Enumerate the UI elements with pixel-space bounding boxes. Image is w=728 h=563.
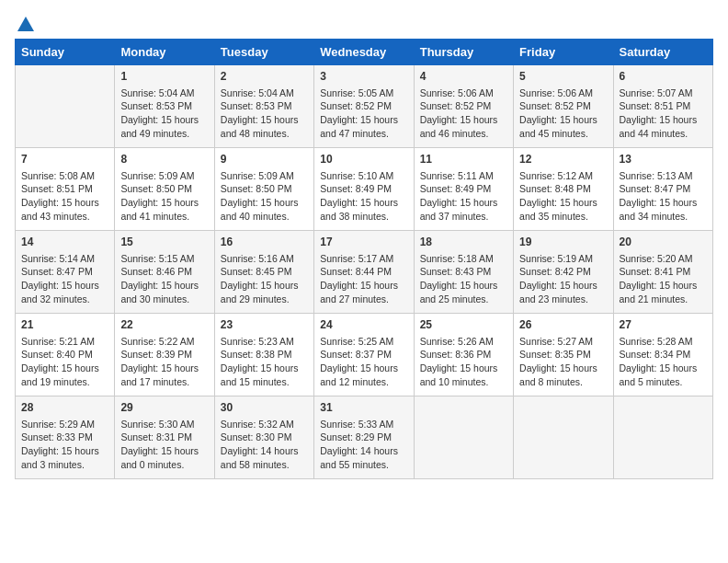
day-number: 9 bbox=[221, 152, 308, 167]
calendar-cell: 12Sunrise: 5:12 AMSunset: 8:48 PMDayligh… bbox=[514, 148, 613, 231]
day-header-wednesday: Wednesday bbox=[314, 40, 414, 65]
calendar-cell: 19Sunrise: 5:19 AMSunset: 8:42 PMDayligh… bbox=[514, 231, 613, 314]
week-row-2: 7Sunrise: 5:08 AMSunset: 8:51 PMDaylight… bbox=[16, 148, 713, 231]
calendar-cell bbox=[514, 396, 613, 479]
day-header-tuesday: Tuesday bbox=[214, 40, 313, 65]
calendar-cell: 24Sunrise: 5:25 AMSunset: 8:37 PMDayligh… bbox=[314, 314, 414, 396]
calendar-cell: 14Sunrise: 5:14 AMSunset: 8:47 PMDayligh… bbox=[16, 231, 115, 314]
calendar-cell: 6Sunrise: 5:07 AMSunset: 8:51 PMDaylight… bbox=[613, 65, 712, 148]
day-info: Sunrise: 5:15 AMSunset: 8:46 PMDaylight:… bbox=[120, 252, 208, 306]
calendar-cell: 31Sunrise: 5:33 AMSunset: 8:29 PMDayligh… bbox=[314, 396, 414, 479]
day-number: 6 bbox=[620, 69, 707, 85]
week-row-4: 21Sunrise: 5:21 AMSunset: 8:40 PMDayligh… bbox=[16, 314, 713, 396]
day-info: Sunrise: 5:11 AMSunset: 8:49 PMDaylight:… bbox=[420, 169, 507, 224]
calendar-cell: 1Sunrise: 5:04 AMSunset: 8:53 PMDaylight… bbox=[115, 65, 214, 148]
day-info: Sunrise: 5:17 AMSunset: 8:44 PMDaylight:… bbox=[320, 252, 407, 306]
calendar-cell: 27Sunrise: 5:28 AMSunset: 8:34 PMDayligh… bbox=[613, 314, 712, 396]
day-number: 18 bbox=[420, 235, 507, 250]
day-info: Sunrise: 5:04 AMSunset: 8:53 PMDaylight:… bbox=[120, 86, 208, 141]
day-info: Sunrise: 5:14 AMSunset: 8:47 PMDaylight:… bbox=[21, 252, 108, 306]
day-number: 15 bbox=[120, 235, 208, 250]
logo bbox=[15, 15, 37, 31]
day-number: 24 bbox=[320, 317, 407, 333]
day-number: 11 bbox=[420, 152, 507, 167]
day-number: 25 bbox=[420, 317, 507, 333]
day-number: 23 bbox=[221, 317, 308, 333]
calendar-cell: 15Sunrise: 5:15 AMSunset: 8:46 PMDayligh… bbox=[115, 231, 214, 314]
day-info: Sunrise: 5:04 AMSunset: 8:53 PMDaylight:… bbox=[221, 86, 308, 141]
day-number: 17 bbox=[320, 235, 407, 250]
calendar-cell: 16Sunrise: 5:16 AMSunset: 8:45 PMDayligh… bbox=[214, 231, 313, 314]
day-number: 20 bbox=[620, 235, 707, 250]
day-number: 16 bbox=[221, 235, 308, 250]
day-info: Sunrise: 5:29 AMSunset: 8:33 PMDaylight:… bbox=[21, 418, 108, 472]
svg-marker-0 bbox=[17, 17, 34, 31]
page-header bbox=[15, 15, 713, 31]
day-number: 4 bbox=[420, 69, 507, 85]
calendar-cell: 21Sunrise: 5:21 AMSunset: 8:40 PMDayligh… bbox=[16, 314, 115, 396]
week-row-5: 28Sunrise: 5:29 AMSunset: 8:33 PMDayligh… bbox=[16, 396, 713, 479]
calendar-cell: 18Sunrise: 5:18 AMSunset: 8:43 PMDayligh… bbox=[414, 231, 513, 314]
day-info: Sunrise: 5:27 AMSunset: 8:35 PMDaylight:… bbox=[519, 335, 607, 389]
calendar-cell: 9Sunrise: 5:09 AMSunset: 8:50 PMDaylight… bbox=[214, 148, 313, 231]
calendar-cell: 23Sunrise: 5:23 AMSunset: 8:38 PMDayligh… bbox=[214, 314, 313, 396]
day-number: 8 bbox=[120, 152, 208, 167]
day-info: Sunrise: 5:21 AMSunset: 8:40 PMDaylight:… bbox=[21, 335, 108, 389]
day-header-monday: Monday bbox=[115, 40, 214, 65]
day-info: Sunrise: 5:06 AMSunset: 8:52 PMDaylight:… bbox=[420, 86, 507, 141]
calendar-cell: 22Sunrise: 5:22 AMSunset: 8:39 PMDayligh… bbox=[115, 314, 214, 396]
day-info: Sunrise: 5:05 AMSunset: 8:52 PMDaylight:… bbox=[320, 86, 407, 141]
calendar-cell: 26Sunrise: 5:27 AMSunset: 8:35 PMDayligh… bbox=[514, 314, 613, 396]
day-info: Sunrise: 5:16 AMSunset: 8:45 PMDaylight:… bbox=[221, 252, 308, 306]
calendar-cell: 13Sunrise: 5:13 AMSunset: 8:47 PMDayligh… bbox=[613, 148, 712, 231]
day-header-saturday: Saturday bbox=[613, 40, 712, 65]
calendar-table: SundayMondayTuesdayWednesdayThursdayFrid… bbox=[15, 39, 713, 479]
day-info: Sunrise: 5:12 AMSunset: 8:48 PMDaylight:… bbox=[519, 169, 607, 224]
calendar-cell: 8Sunrise: 5:09 AMSunset: 8:50 PMDaylight… bbox=[115, 148, 214, 231]
calendar-cell: 2Sunrise: 5:04 AMSunset: 8:53 PMDaylight… bbox=[214, 65, 313, 148]
day-info: Sunrise: 5:30 AMSunset: 8:31 PMDaylight:… bbox=[120, 418, 208, 472]
day-number: 2 bbox=[221, 69, 308, 85]
day-number: 26 bbox=[519, 317, 607, 333]
calendar-cell: 30Sunrise: 5:32 AMSunset: 8:30 PMDayligh… bbox=[214, 396, 313, 479]
day-number: 3 bbox=[320, 69, 407, 85]
day-info: Sunrise: 5:06 AMSunset: 8:52 PMDaylight:… bbox=[519, 86, 607, 141]
day-info: Sunrise: 5:13 AMSunset: 8:47 PMDaylight:… bbox=[620, 169, 707, 224]
day-info: Sunrise: 5:18 AMSunset: 8:43 PMDaylight:… bbox=[420, 252, 507, 306]
calendar-cell: 25Sunrise: 5:26 AMSunset: 8:36 PMDayligh… bbox=[414, 314, 513, 396]
day-header-sunday: Sunday bbox=[16, 40, 115, 65]
day-number: 22 bbox=[120, 317, 208, 333]
header-row: SundayMondayTuesdayWednesdayThursdayFrid… bbox=[16, 40, 713, 65]
day-header-friday: Friday bbox=[514, 40, 613, 65]
day-number: 7 bbox=[21, 152, 108, 167]
day-number: 10 bbox=[320, 152, 407, 167]
calendar-cell: 28Sunrise: 5:29 AMSunset: 8:33 PMDayligh… bbox=[16, 396, 115, 479]
calendar-cell: 10Sunrise: 5:10 AMSunset: 8:49 PMDayligh… bbox=[314, 148, 414, 231]
week-row-3: 14Sunrise: 5:14 AMSunset: 8:47 PMDayligh… bbox=[16, 231, 713, 314]
day-info: Sunrise: 5:09 AMSunset: 8:50 PMDaylight:… bbox=[221, 169, 308, 224]
day-number: 5 bbox=[519, 69, 607, 85]
calendar-cell bbox=[613, 396, 712, 479]
day-number: 12 bbox=[519, 152, 607, 167]
day-info: Sunrise: 5:32 AMSunset: 8:30 PMDaylight:… bbox=[221, 418, 308, 472]
day-info: Sunrise: 5:08 AMSunset: 8:51 PMDaylight:… bbox=[21, 169, 108, 224]
day-header-thursday: Thursday bbox=[414, 40, 513, 65]
day-info: Sunrise: 5:07 AMSunset: 8:51 PMDaylight:… bbox=[620, 86, 707, 141]
day-info: Sunrise: 5:28 AMSunset: 8:34 PMDaylight:… bbox=[620, 335, 707, 389]
calendar-cell: 5Sunrise: 5:06 AMSunset: 8:52 PMDaylight… bbox=[514, 65, 613, 148]
day-info: Sunrise: 5:19 AMSunset: 8:42 PMDaylight:… bbox=[519, 252, 607, 306]
day-number: 21 bbox=[21, 317, 108, 333]
day-number: 19 bbox=[519, 235, 607, 250]
calendar-cell bbox=[16, 65, 115, 148]
day-info: Sunrise: 5:22 AMSunset: 8:39 PMDaylight:… bbox=[120, 335, 208, 389]
calendar-cell: 29Sunrise: 5:30 AMSunset: 8:31 PMDayligh… bbox=[115, 396, 214, 479]
day-info: Sunrise: 5:26 AMSunset: 8:36 PMDaylight:… bbox=[420, 335, 507, 389]
calendar-cell bbox=[414, 396, 513, 479]
calendar-cell: 7Sunrise: 5:08 AMSunset: 8:51 PMDaylight… bbox=[16, 148, 115, 231]
day-number: 28 bbox=[21, 400, 108, 416]
day-number: 27 bbox=[620, 317, 707, 333]
day-number: 29 bbox=[120, 400, 208, 416]
day-info: Sunrise: 5:25 AMSunset: 8:37 PMDaylight:… bbox=[320, 335, 407, 389]
day-number: 13 bbox=[620, 152, 707, 167]
week-row-1: 1Sunrise: 5:04 AMSunset: 8:53 PMDaylight… bbox=[16, 65, 713, 148]
